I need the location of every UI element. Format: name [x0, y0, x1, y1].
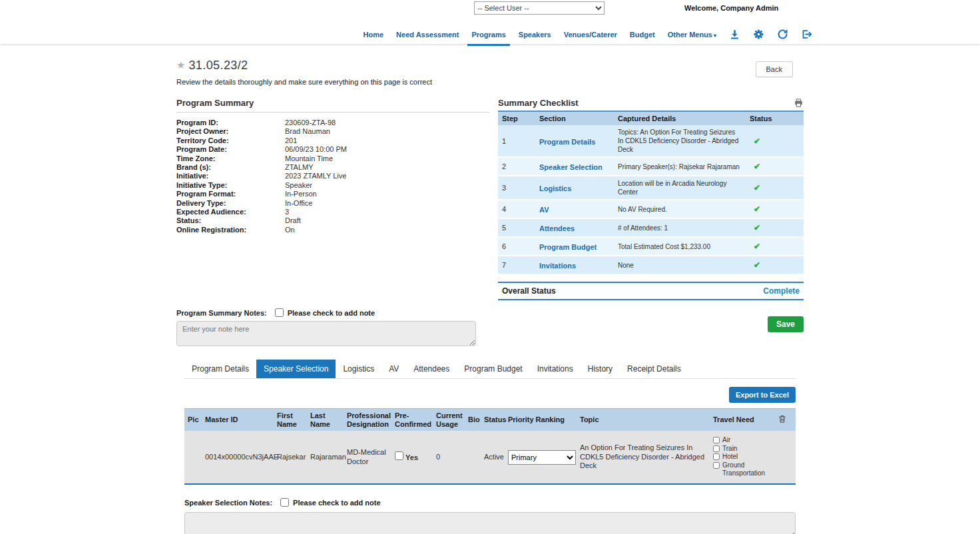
field-label: Project Owner:	[176, 127, 285, 136]
captured-details: Total Estimated Cost $1,233.00	[614, 237, 746, 256]
field-label: Brand (s):	[176, 163, 285, 172]
nav-budget[interactable]: Budget	[630, 31, 655, 39]
col-last-name: Last Name	[307, 409, 344, 431]
field-label: Territory Code:	[176, 136, 285, 145]
travel-ground-checkbox[interactable]	[713, 462, 720, 469]
tab-speaker-selection[interactable]: Speaker Selection	[256, 360, 336, 378]
field-label: Program ID:	[176, 119, 285, 127]
speaker-bio	[465, 431, 481, 484]
speaker-master-id: 0014x00000cvN3jAAE	[202, 431, 274, 484]
section-link-av[interactable]: AV	[539, 206, 549, 214]
checklist-row-speaker-selection: 2 Speaker Selection Primary Speaker(s): …	[498, 157, 804, 176]
page-content: ★31.05.23/2 Review the details thoroughl…	[176, 59, 804, 534]
gear-icon[interactable]	[753, 29, 764, 40]
favorite-star-icon[interactable]: ★	[176, 59, 185, 71]
check-icon: ✔	[746, 237, 804, 256]
speaker-notes-checkbox[interactable]	[280, 498, 289, 507]
chevron-down-icon: ▾	[714, 33, 716, 39]
field-value: 06/09/23 10:00 PM	[285, 145, 347, 154]
save-button[interactable]: Save	[768, 316, 804, 332]
program-notes-checkbox[interactable]	[275, 308, 284, 317]
tab-program-details[interactable]: Program Details	[184, 360, 256, 378]
page-head: ★31.05.23/2 Review the details thoroughl…	[176, 59, 804, 86]
speaker-selection-notes-input[interactable]	[184, 512, 796, 534]
field-status: Status:Draft	[176, 216, 489, 225]
captured-details: None	[614, 256, 746, 274]
tab-av[interactable]: AV	[381, 360, 406, 378]
field-value: Mountain Time	[285, 154, 333, 163]
tab-logistics[interactable]: Logistics	[336, 360, 381, 378]
overall-status-label: Overall Status	[502, 286, 556, 296]
field-initiative-type: Initiative Type:Speaker	[176, 181, 489, 190]
tab-program-budget[interactable]: Program Budget	[457, 360, 529, 378]
field-label: Delivery Type:	[176, 199, 285, 208]
travel-hotel-checkbox[interactable]	[713, 453, 720, 460]
tab-history[interactable]: History	[581, 360, 620, 378]
main-nav: Home Need Assessment Programs Speakers V…	[364, 29, 812, 40]
tab-attendees[interactable]: Attendees	[406, 360, 457, 378]
nav-home[interactable]: Home	[364, 31, 384, 39]
step-number: 5	[498, 218, 535, 237]
checklist-row-program-details: 1 Program Details Topics: An Option For …	[498, 125, 804, 157]
check-icon: ✔	[746, 256, 804, 274]
section-link-program-details[interactable]: Program Details	[539, 138, 595, 146]
nav-need-assessment[interactable]: Need Assessment	[396, 31, 459, 39]
field-online-registration: Online Registration:On	[176, 226, 489, 234]
print-icon[interactable]	[794, 98, 804, 108]
travel-train-checkbox[interactable]	[713, 445, 720, 452]
field-value: 201	[285, 136, 297, 145]
col-step: Step	[498, 111, 535, 125]
col-status: Status	[746, 111, 804, 125]
summary-checklist-panel: Summary Checklist Step Section Captured …	[498, 98, 804, 332]
priority-ranking-select[interactable]: Primary	[508, 450, 576, 465]
section-link-attendees[interactable]: Attendees	[539, 224, 575, 232]
back-button[interactable]: Back	[756, 61, 793, 77]
download-icon[interactable]	[729, 29, 740, 40]
checklist-header-row: Step Section Captured Details Status	[498, 111, 804, 125]
captured-details: # of Attendees: 1	[614, 218, 746, 237]
speaker-pic	[184, 431, 202, 484]
section-link-speaker-selection[interactable]: Speaker Selection	[539, 163, 603, 171]
speaker-status: Active	[481, 431, 505, 484]
field-initiative: Initiative:2023 ZTAMLY Live	[176, 172, 489, 180]
program-notes-checkbox-label: Please check to add note	[288, 309, 375, 317]
section-link-invitations[interactable]: Invitations	[539, 262, 576, 270]
refresh-icon[interactable]	[777, 29, 788, 40]
section-link-logistics[interactable]: Logistics	[539, 184, 571, 192]
program-summary-heading: Program Summary	[176, 98, 489, 113]
captured-details: Location will be in Arcadia Neurology Ce…	[614, 176, 746, 200]
logout-icon[interactable]	[801, 29, 812, 40]
tab-receipt-details[interactable]: Receipt Details	[620, 360, 688, 378]
travel-air-checkbox[interactable]	[713, 437, 720, 443]
field-value: 3	[285, 208, 289, 216]
field-value: Brad Nauman	[285, 127, 330, 136]
export-to-excel-button[interactable]: Export to Excel	[729, 387, 796, 403]
program-summary-notes-label: Program Summary Notes:	[176, 309, 267, 317]
page-subtitle: Review the details thoroughly and make s…	[176, 78, 804, 86]
travel-ground-label: Ground Transportation	[722, 461, 771, 478]
col-status: Status	[481, 409, 505, 431]
col-priority-ranking: Priority Ranking	[505, 409, 577, 431]
step-number: 4	[498, 200, 535, 218]
nav-programs[interactable]: Programs	[471, 31, 505, 39]
nav-speakers[interactable]: Speakers	[519, 31, 551, 39]
program-summary-panel: Program Summary Program ID:230609-ZTA-98…	[176, 98, 489, 332]
speaker-header-row: Pic Master ID First Name Last Name Profe…	[184, 409, 796, 431]
field-label: Expected Audience:	[176, 208, 285, 216]
trash-icon[interactable]	[778, 417, 787, 425]
speaker-selection-section: Program Details Speaker Selection Logist…	[184, 360, 796, 534]
checklist-table: Step Section Captured Details Status 1 P…	[498, 111, 804, 275]
col-current-usage: Current Usage	[433, 409, 465, 431]
summary-checklist-heading: Summary Checklist	[498, 98, 579, 108]
section-link-program-budget[interactable]: Program Budget	[539, 243, 597, 251]
field-value: Speaker	[285, 181, 312, 190]
select-user-dropdown[interactable]: -- Select User --	[474, 1, 605, 15]
overall-status-value: Complete	[763, 286, 800, 296]
nav-venues-caterer[interactable]: Venues/Caterer	[564, 31, 617, 39]
col-captured-details: Captured Details	[614, 111, 746, 125]
field-value: On	[285, 226, 295, 234]
tab-invitations[interactable]: Invitations	[530, 360, 581, 378]
nav-other-menus[interactable]: Other Menus▾	[668, 31, 716, 39]
pre-confirmed-checkbox[interactable]	[395, 451, 403, 460]
speaker-selection-notes-row: Speaker Selection Notes: Please check to…	[184, 498, 796, 507]
